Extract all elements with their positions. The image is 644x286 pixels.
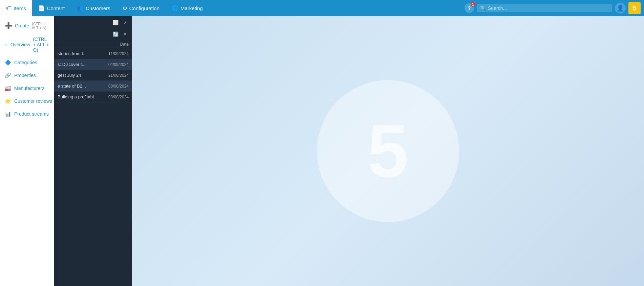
customers-icon: 👥 (77, 5, 84, 11)
sidebar-item-customer-reviews[interactable]: ⭐ Customer reviews (0, 95, 54, 108)
categories-icon: 🔷 (5, 59, 11, 66)
content-icon: 📄 (38, 5, 45, 11)
product-streams-label: Product streams (14, 111, 49, 117)
logo-s: 5 (367, 109, 409, 194)
sidebar-item-properties[interactable]: 🔗 Properties (0, 69, 54, 82)
panel-table-header: Date (54, 41, 132, 48)
table-row[interactable]: e state of B2... 08/08/2024 (54, 81, 132, 92)
app-badge[interactable]: 5 (628, 2, 641, 14)
tab-customers-label: Customers (86, 5, 110, 11)
table-row[interactable]: gest July 24 21/08/2024 (54, 70, 132, 81)
table-row[interactable]: stories from t... 11/09/2024 (54, 48, 132, 59)
row-date: 08/08/2024 (98, 84, 129, 89)
search-box[interactable]: 🔍 (477, 4, 612, 12)
row-date: 11/09/2024 (98, 51, 129, 56)
refresh-btn[interactable]: 🔄 (112, 30, 119, 38)
tab-customers[interactable]: 👥 Customers (71, 0, 116, 16)
row-date: 04/09/2024 (98, 62, 129, 67)
tab-content-label: Content (47, 5, 65, 11)
items-dropdown-menu: ➕ Create (CTRL + ALT + N) ≡ Overview (CT… (0, 16, 54, 286)
row-title: gest July 24 (58, 73, 98, 78)
main-area: 5 (132, 16, 644, 286)
customer-reviews-label: Customer reviews (14, 98, 52, 104)
overview-shortcut: (CTRL + ALT + O) (33, 37, 49, 53)
tab-items[interactable]: 🏷 Items (0, 0, 32, 16)
date-col-header: Date (98, 42, 129, 47)
row-date: 08/08/2024 (98, 95, 129, 99)
title-col-header (58, 42, 98, 47)
tab-marketing[interactable]: 🌐 Marketing (166, 0, 209, 16)
create-item[interactable]: ➕ Create (CTRL + ALT + N) (0, 18, 54, 33)
sidebar-item-product-streams[interactable]: 📊 Product streams (0, 108, 54, 120)
row-title: s: Discover t... (58, 62, 98, 67)
row-date: 21/08/2024 (98, 73, 129, 78)
categories-label: Categories (14, 60, 37, 65)
sidebar-item-categories[interactable]: 🔷 Categories (0, 56, 54, 69)
sidebar-item-manufacturers[interactable]: 🏭 Manufacturers (0, 82, 54, 95)
search-icon: 🔍 (480, 5, 486, 11)
panel-search-row: 🔄 ✕ (54, 29, 132, 41)
panel-toolbar: ⬜ ↗ (54, 16, 132, 29)
search-input[interactable] (488, 5, 609, 11)
user-avatar[interactable]: 👤 (615, 3, 626, 14)
open-btn[interactable]: ↗ (121, 19, 129, 26)
help-button[interactable]: ? 1 (465, 3, 474, 13)
create-shortcut: (CTRL + ALT + N) (32, 22, 49, 30)
row-title: Building a profitable B2C store with S..… (58, 94, 98, 99)
customer-reviews-icon: ⭐ (5, 98, 11, 104)
tab-marketing-label: Marketing (180, 5, 203, 11)
create-icon: ➕ (5, 22, 12, 29)
manufacturers-icon: 🏭 (5, 85, 11, 91)
properties-icon: 🔗 (5, 72, 11, 78)
product-streams-icon: 📊 (5, 111, 11, 117)
topbar-right: ? 1 🔍 👤 5 (465, 2, 644, 14)
expand-btn[interactable]: ⬜ (112, 19, 119, 26)
marketing-icon: 🌐 (172, 5, 178, 11)
tab-configuration[interactable]: ⚙ Configuration (116, 0, 166, 16)
table-row[interactable]: s: Discover t... 04/09/2024 (54, 59, 132, 70)
config-icon: ⚙ (123, 5, 127, 11)
notification-badge: 1 (471, 2, 475, 7)
tab-configuration-label: Configuration (129, 5, 159, 11)
row-title: stories from t... (58, 51, 98, 56)
manufacturers-label: Manufacturers (14, 86, 44, 91)
items-icon: 🏷 (6, 5, 12, 11)
topbar: 🏷 Items 📄 Content 👥 Customers ⚙ Configur… (0, 0, 644, 16)
logo-watermark: 5 (317, 80, 459, 222)
close-btn[interactable]: ✕ (121, 30, 129, 38)
properties-label: Properties (14, 73, 36, 78)
create-label: Create (15, 23, 29, 28)
overview-label: Overview (10, 42, 30, 47)
tab-content[interactable]: 📄 Content (32, 0, 71, 16)
overview-item[interactable]: ≡ Overview (CTRL + ALT + O) (0, 33, 54, 56)
content-panel: ⬜ ↗ 🔄 ✕ Date stories from t... 11/09/202… (54, 16, 132, 286)
overview-icon: ≡ (5, 42, 8, 48)
row-title: e state of B2... (58, 84, 98, 89)
tab-items-label: Items (14, 5, 26, 11)
table-row[interactable]: Building a profitable B2C store with S..… (54, 92, 132, 102)
main-layout: ➕ Create (CTRL + ALT + N) ≡ Overview (CT… (0, 16, 644, 286)
